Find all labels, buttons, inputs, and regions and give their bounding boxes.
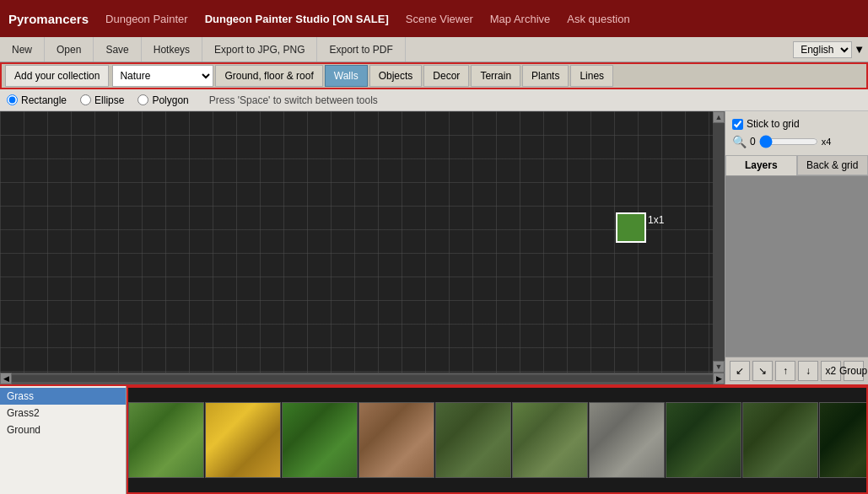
canvas-area[interactable]: 1x1 [0,111,713,373]
tile-thumb-0[interactable] [128,402,204,478]
shape-polygon-option[interactable]: Polygon [137,94,188,106]
panel-btn-move-down[interactable]: ↓ [798,361,818,381]
canvas-vertical-scrollbar[interactable]: ▲ ▼ [713,111,725,373]
nav-studio[interactable]: Dungeon Painter Studio [ON SALE] [205,13,389,25]
canvas-horizontal-scrollbar[interactable]: ◀ ▶ [0,373,725,384]
menu-save[interactable]: Save [94,37,141,62]
panel-tabs: Layers Back & grid [725,155,868,176]
scroll-left-arrow[interactable]: ◀ [0,373,12,384]
menu-export-jpg[interactable]: Export to JPG, PNG [202,37,317,62]
language-select[interactable]: English [793,41,852,58]
stick-to-grid-label: Stick to grid [747,118,800,130]
nature-select-wrap: NatureDungeonCityForestCave [112,65,213,87]
scroll-right-arrow[interactable]: ▶ [713,373,725,384]
tile-preview [616,212,646,243]
tile-thumb-4[interactable] [435,402,511,478]
panel-controls: Stick to grid 🔍 0 x4 [725,111,868,155]
scroll-track-h[interactable] [12,375,713,382]
panel-tab-back-grid[interactable]: Back & grid [797,155,869,175]
dropdown-arrow-icon: ▼ [854,43,865,56]
menu-bar: New Open Save Hotkeys Export to JPG, PNG… [0,37,868,62]
shape-ellipse-option[interactable]: Ellipse [80,94,124,106]
shape-rectangle-label: Rectangle [21,94,67,106]
top-navbar: Pyromancers Dungeon Painter Dungeon Pain… [0,0,868,37]
add-collection-button[interactable]: Add your collection [5,65,109,87]
scroll-up-arrow[interactable]: ▲ [713,111,725,123]
shape-hint: Press 'Space' to switch between tools [209,94,378,106]
shape-rectangle-option[interactable]: Rectangle [7,94,67,106]
nature-select[interactable]: NatureDungeonCityForestCave [112,65,213,87]
zoom-control: 🔍 0 x4 [732,135,861,148]
panel-btn-move-down-left[interactable]: ↙ [730,361,750,381]
stick-to-grid-checkbox[interactable] [732,119,743,130]
menu-open[interactable]: Open [45,37,94,62]
tile-thumb-6[interactable] [589,402,665,478]
tab-lines[interactable]: Lines [570,65,613,87]
tab-terrain[interactable]: Terrain [471,65,520,87]
zoom-value-label: 0 [750,136,756,148]
bottom-panel: Grass Grass2 Ground [0,384,868,494]
list-item-grass2[interactable]: Grass2 [0,405,126,422]
tile-thumb-1[interactable] [205,402,281,478]
panel-content-area [725,176,868,357]
map-grid[interactable]: 1x1 [0,111,713,373]
tile-category-list: Grass Grass2 Ground [0,386,126,440]
menu-new[interactable]: New [0,37,45,62]
language-selector-wrap: English ▼ [793,41,865,58]
tile-thumb-5[interactable] [512,402,588,478]
tab-objects[interactable]: Objects [369,65,423,87]
tab-plants[interactable]: Plants [522,65,569,87]
zoom-icon: 🔍 [732,135,747,148]
panel-btn-x2[interactable]: x2 [821,361,841,381]
zoom-multiplier-label: x4 [822,137,832,147]
scroll-down-arrow[interactable]: ▼ [713,361,725,373]
tiles-display-area [127,386,868,494]
shape-rectangle-radio[interactable] [7,94,18,105]
nav-scene-viewer[interactable]: Scene Viewer [406,13,473,25]
panel-btn-move-up[interactable]: ↑ [775,361,795,381]
right-panel: Stick to grid 🔍 0 x4 Layers Back & grid … [725,111,868,384]
shape-polygon-label: Polygon [152,94,188,106]
stick-to-grid-control: Stick to grid [732,118,861,130]
tile-thumb-3[interactable] [359,402,434,478]
shape-polygon-radio[interactable] [137,94,148,105]
tab-walls[interactable]: Walls [325,65,368,87]
shape-ellipse-radio[interactable] [80,94,91,105]
scroll-track-v[interactable] [713,123,725,361]
menu-hotkeys[interactable]: Hotkeys [142,37,202,62]
panel-footer: ↙ ↘ ↑ ↓ x2 Group [725,357,868,384]
tile-list-panel: Grass Grass2 Ground [0,386,127,494]
nav-map-archive[interactable]: Map Archive [490,13,551,25]
tile-thumb-8[interactable] [742,402,818,478]
main-area: 1x1 ▲ ▼ ◀ ▶ Stick to grid 🔍 0 [0,111,868,384]
nav-links: Dungeon Painter Dungeon Painter Studio [… [105,13,860,25]
tab-decor[interactable]: Decor [423,65,469,87]
tile-thumb-2[interactable] [282,402,358,478]
list-item-grass[interactable]: Grass [0,388,126,405]
app-logo: Pyromancers [8,12,89,26]
toolbar: Add your collection NatureDungeonCityFor… [0,62,868,89]
zoom-slider[interactable] [759,135,818,148]
panel-tab-layers[interactable]: Layers [725,155,797,175]
list-item-ground[interactable]: Ground [0,422,126,438]
tile-size-label: 1x1 [648,214,664,226]
shape-bar: Rectangle Ellipse Polygon Press 'Space' … [0,89,868,111]
nav-dungeon-painter[interactable]: Dungeon Painter [105,13,188,25]
shape-ellipse-label: Ellipse [94,94,124,106]
tile-thumb-7[interactable] [666,402,741,478]
menu-export-pdf[interactable]: Export to PDF [317,37,405,62]
nav-ask-question[interactable]: Ask question [567,13,629,25]
tab-ground-floor-roof[interactable]: Ground, floor & roof [215,65,322,87]
panel-btn-group[interactable]: Group [844,361,864,381]
panel-btn-move-down-right[interactable]: ↘ [752,361,773,381]
tile-thumb-9[interactable] [819,402,868,478]
